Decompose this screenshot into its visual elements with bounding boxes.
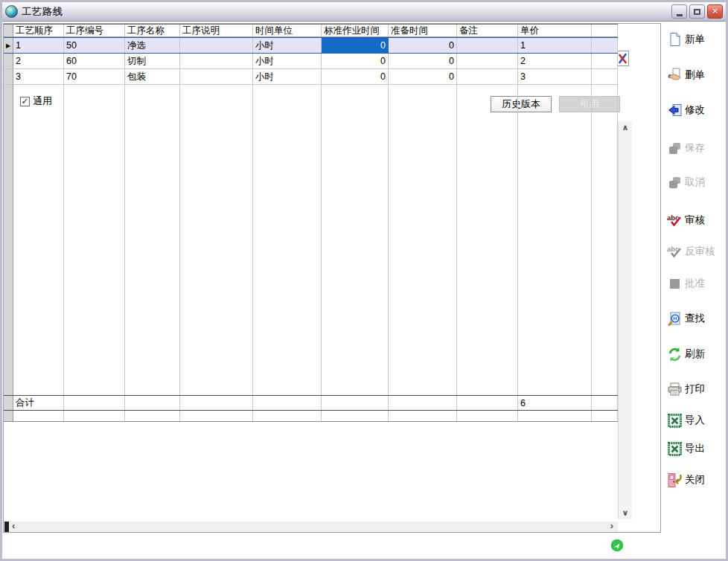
grid-cell[interactable]: 小时 [253,54,322,68]
grid-cell[interactable]: 60 [64,54,125,68]
button-label: 打印 [685,382,705,396]
button-label: 查找 [685,312,705,325]
row-selector[interactable] [4,54,13,68]
column-header[interactable]: 工序名称 [125,25,180,36]
grid-cell[interactable] [457,54,518,68]
delete-doc-button[interactable]: 删单 [667,67,705,83]
empty-cell [64,411,125,421]
refresh-icon [667,347,683,362]
search-icon [667,311,683,327]
total-cell [457,396,518,410]
column-header[interactable]: 时间单位 [253,25,322,36]
status-badge[interactable] [610,539,624,552]
grid-cell[interactable]: 3 [518,69,592,84]
empty-cell [180,411,253,421]
grid-cell[interactable]: 0 [322,69,389,84]
empty-column [64,85,125,395]
version-tools-button[interactable] [616,51,629,66]
scroll-up-icon[interactable]: ∧ [619,123,632,132]
grid-cell[interactable]: 2 [518,54,592,68]
grid-cell-selected[interactable]: 0 [322,38,389,53]
new-doc-button[interactable]: 新单 [667,31,705,48]
grid-cell[interactable]: 小时 [253,38,322,53]
button-label: 关闭 [685,473,705,487]
save-button[interactable]: 保存 [667,140,705,156]
column-header[interactable]: 备注 [457,25,518,36]
audit-abc-check-icon: abc [667,213,683,228]
print-button[interactable]: 打印 [667,381,705,397]
title-bar[interactable]: 工艺路线 ✕ [2,2,726,22]
approve-button[interactable]: 批准 [667,275,705,292]
column-header[interactable]: 单价 [518,25,592,36]
row-selector-column [4,85,13,395]
vertical-scrollbar[interactable]: ∧ ∨ [618,121,632,519]
grid-cell[interactable]: 70 [64,69,125,84]
scrollbar-thumb[interactable] [4,522,9,532]
grid-cell[interactable]: 1 [518,38,592,53]
table-row[interactable]: 3 70 包装 小时 0 0 3 [4,69,618,85]
table-row[interactable]: 2 60 切制 小时 0 0 2 [4,54,618,69]
export-button[interactable]: 导出 [667,440,705,457]
unaudit-button[interactable]: abc 反审核 [667,243,715,260]
total-unit-price: 6 [518,396,592,410]
empty-cell [457,411,518,421]
grid-cell[interactable]: 切制 [125,54,180,68]
total-label: 合计 [13,396,64,410]
button-label: 批准 [685,277,705,290]
grid-cell[interactable]: 3 [13,69,64,84]
modify-button[interactable]: 修改 [667,102,705,118]
grid-cell[interactable] [457,38,518,53]
close-button[interactable]: ✕ [707,4,723,19]
grid-cell[interactable]: 0 [389,38,457,53]
import-button[interactable]: 导入 [667,412,705,429]
empty-column [457,85,518,395]
grid-total-row: 合计 6 [4,395,618,411]
grid-cell[interactable]: 50 [64,38,125,53]
column-header[interactable]: 标准作业时间 [322,25,389,36]
crossed-tools-icon [618,53,628,64]
column-header[interactable]: 工艺顺序 [13,25,64,36]
grid-cell[interactable]: 净选 [125,38,180,53]
grid-cell[interactable] [457,69,518,84]
empty-cell [389,411,457,421]
grid-cell[interactable]: 0 [389,54,457,68]
grid-cell[interactable] [592,38,618,53]
audit-button[interactable]: abc 审核 [667,212,705,228]
grid-cell[interactable]: 包装 [125,69,180,84]
grid-cell[interactable]: 0 [389,69,457,84]
horizontal-scrollbar[interactable]: ‹ › [4,522,618,532]
grid-footer-strip [4,411,618,422]
grid-cell[interactable]: 小时 [253,69,322,84]
total-cell [389,396,457,410]
row-selector [4,396,13,410]
refresh-button[interactable]: 刷新 [667,346,705,362]
table-row-current[interactable]: ▶ 1 50 净选 小时 0 0 1 [4,37,618,54]
minimize-button[interactable] [671,4,687,19]
unaudit-abc-check-icon: abc [667,244,683,260]
window-title: 工艺路线 [22,5,63,19]
minimize-icon [677,14,683,16]
close-form-button[interactable]: 关闭 [667,472,705,488]
row-selector-arrow-icon[interactable]: ▶ [4,38,13,53]
empty-cell [592,411,618,421]
scroll-right-icon[interactable]: › [610,521,613,531]
close-icon: ✕ [712,7,718,16]
grid-cell[interactable]: 1 [13,38,64,53]
column-header[interactable]: 工序说明 [180,25,253,36]
scroll-left-icon[interactable]: ‹ [12,521,15,531]
grid-cell[interactable] [592,69,618,84]
grid-cell[interactable] [180,54,253,68]
maximize-button[interactable] [689,4,705,19]
row-selector[interactable] [4,69,13,84]
column-header[interactable]: 工序编号 [64,25,125,36]
exit-door-icon [667,472,683,488]
grid-cell[interactable] [180,38,253,53]
search-button[interactable]: 查找 [667,310,705,327]
grid-cell[interactable] [180,69,253,84]
grid-cell[interactable] [592,54,618,68]
grid-cell[interactable]: 0 [322,54,389,68]
scroll-down-icon[interactable]: ∨ [619,508,632,518]
grid-cell[interactable]: 2 [13,54,64,68]
cancel-button[interactable]: 取消 [667,174,705,190]
column-header[interactable]: 准备时间 [389,25,457,36]
